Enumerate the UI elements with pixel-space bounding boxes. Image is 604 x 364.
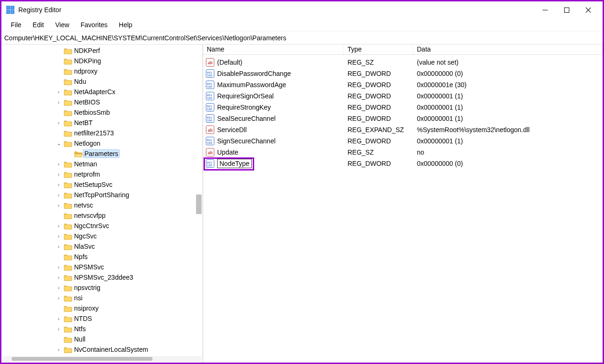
address-bar[interactable]: Computer\HKEY_LOCAL_MACHINE\SYSTEM\Curre… [1,31,603,45]
folder-icon [64,346,72,353]
tree-item-nvcontainerlocalsystem[interactable]: NvContainerLocalSystem [55,344,203,355]
tree-item-ntds[interactable]: NTDS [55,313,203,324]
tree-scroll[interactable]: NDKPerfNDKPingndproxyNduNetAdapterCxNetB… [1,45,203,355]
tree-item-netfilter21573[interactable]: netfilter21573 [55,128,203,138]
value-type-cell: REG_DWORD [344,70,413,77]
tree-item-npsmsvc_23ddee3[interactable]: NPSMSvc_23ddee3 [55,272,203,282]
value-row[interactable]: NodeTypeREG_DWORD0x00000000 (0) [203,158,603,169]
value-name-label: DisablePasswordChange [217,70,291,77]
expand-chevron-icon[interactable] [55,275,62,280]
expand-chevron-icon[interactable] [55,192,62,198]
column-header-type[interactable]: Type [344,45,413,54]
value-row[interactable]: DisablePasswordChangeREG_DWORD0x00000000… [203,68,603,79]
maximize-button[interactable] [556,2,577,17]
main-split: NDKPerfNDKPingndproxyNduNetAdapterCxNetB… [1,45,603,363]
tree-item-ngcctnrsvc[interactable]: NgcCtnrSvc [55,221,203,231]
expand-chevron-icon[interactable] [55,347,62,352]
tree-item-netvscvfpp[interactable]: netvscvfpp [55,210,203,221]
list-body[interactable]: (Default)REG_SZ(value not set)DisablePas… [203,55,603,363]
expand-chevron-icon[interactable] [55,99,62,105]
tree-item-ndkping[interactable]: NDKPing [55,56,203,66]
tree-item-label: netvsc [74,201,93,209]
close-button[interactable] [577,2,599,17]
menu-file[interactable]: File [5,19,27,30]
tree-item-npsvctrig[interactable]: npsvctrig [55,282,203,293]
tree-item-netbt[interactable]: NetBT [55,118,203,128]
value-name-cell[interactable]: RequireSignOrSeal [203,92,344,100]
tree-item-ntfs[interactable]: Ntfs [55,324,203,334]
value-name-cell[interactable]: MaximumPasswordAge [203,81,344,89]
expand-chevron-icon[interactable] [55,326,62,332]
value-name-label: SealSecureChannel [217,115,276,122]
tree-item-netsetupsvc[interactable]: NetSetupSvc [55,179,203,190]
tree-item-netman[interactable]: Netman [55,159,203,169]
tree-horizontal-scrollbar[interactable] [2,356,202,362]
expand-chevron-icon[interactable] [55,264,62,270]
tree-item-nsi[interactable]: nsi [55,293,203,303]
expand-chevron-icon[interactable] [55,202,62,208]
expand-chevron-icon[interactable] [55,223,62,229]
tree-item-npsmsvc[interactable]: NPSMSvc [55,262,203,272]
expand-chevron-icon[interactable] [55,285,62,290]
tree-item-nlasvc[interactable]: NlaSvc [55,241,203,252]
expand-chevron-icon[interactable] [55,233,62,239]
column-header-name[interactable]: Name [203,45,344,54]
value-name-cell[interactable]: SignSecureChannel [203,137,344,145]
tree-item-netbios[interactable]: NetBIOS [55,97,203,107]
reg-string-icon [206,148,214,156]
tree-item-netprofm[interactable]: netprofm [55,169,203,179]
tree-horizontal-scrollbar-thumb[interactable] [12,357,152,361]
expand-chevron-icon[interactable] [55,244,62,249]
value-name-label: (Default) [217,59,242,66]
menu-view[interactable]: View [50,19,75,30]
expand-chevron-icon[interactable] [55,89,62,95]
value-row[interactable]: MaximumPasswordAgeREG_DWORD0x0000001e (3… [203,79,603,90]
tree-item-nettcpportsharing[interactable]: NetTcpPortSharing [55,190,203,200]
tree-item-ndu[interactable]: Ndu [55,76,203,87]
folder-icon [64,67,72,75]
tree-item-ndkperf[interactable]: NDKPerf [55,45,203,56]
value-name-cell[interactable]: NodeType [203,159,344,168]
expand-chevron-icon[interactable] [55,120,62,126]
expand-chevron-icon[interactable] [55,171,62,177]
value-name-cell[interactable]: SealSecureChannel [203,114,344,123]
expand-chevron-icon[interactable] [55,141,62,147]
tree-item-ngcsvc[interactable]: NgcSvc [55,231,203,241]
tree-item-null[interactable]: Null [55,334,203,344]
value-name-cell[interactable]: DisablePasswordChange [203,69,344,78]
tree-item-ndproxy[interactable]: ndproxy [55,66,203,76]
value-row[interactable]: UpdateREG_SZno [203,147,603,158]
value-name-cell[interactable]: (Default) [203,58,344,67]
value-name-cell[interactable]: ServiceDll [203,126,344,134]
tree-vertical-scrollbar-thumb[interactable] [196,194,202,214]
reg-dword-icon [206,81,214,89]
value-row[interactable]: SealSecureChannelREG_DWORD0x00000001 (1) [203,113,603,124]
tree-item-parameters[interactable]: Parameters [66,149,203,159]
value-row[interactable]: RequireSignOrSealREG_DWORD0x00000001 (1) [203,90,603,102]
tree-item-netvsc[interactable]: netvsc [55,200,203,210]
tree-item-netlogon[interactable]: Netlogon [55,138,203,149]
value-row[interactable]: ServiceDllREG_EXPAND_SZ%SystemRoot%\syst… [203,124,603,135]
value-row[interactable]: SignSecureChannelREG_DWORD0x00000001 (1) [203,135,603,147]
value-row[interactable]: (Default)REG_SZ(value not set) [203,57,603,68]
tree-item-netbiossmb[interactable]: NetbiosSmb [55,107,203,118]
expand-chevron-icon[interactable] [55,182,62,187]
column-header-data[interactable]: Data [413,45,603,54]
tree-item-nsiproxy[interactable]: nsiproxy [55,303,203,313]
tree-item-netadaptercx[interactable]: NetAdapterCx [55,87,203,97]
title-bar: Registry Editor [1,1,603,18]
svg-rect-0 [7,6,10,9]
menu-favorites[interactable]: Favorites [75,19,113,30]
reg-dword-icon [206,103,214,111]
value-name-cell[interactable]: RequireStrongKey [203,103,344,111]
minimize-button[interactable] [534,2,556,17]
expand-chevron-icon[interactable] [55,295,62,301]
value-name-cell[interactable]: Update [203,148,344,156]
tree-item-npfs[interactable]: Npfs [55,252,203,262]
menu-help[interactable]: Help [113,19,138,30]
expand-chevron-icon[interactable] [55,161,62,167]
value-row[interactable]: RequireStrongKeyREG_DWORD0x00000001 (1) [203,102,603,113]
expand-chevron-icon[interactable] [55,316,62,321]
menu-edit[interactable]: Edit [27,19,50,30]
value-name-edit-input[interactable]: NodeType [217,159,252,168]
